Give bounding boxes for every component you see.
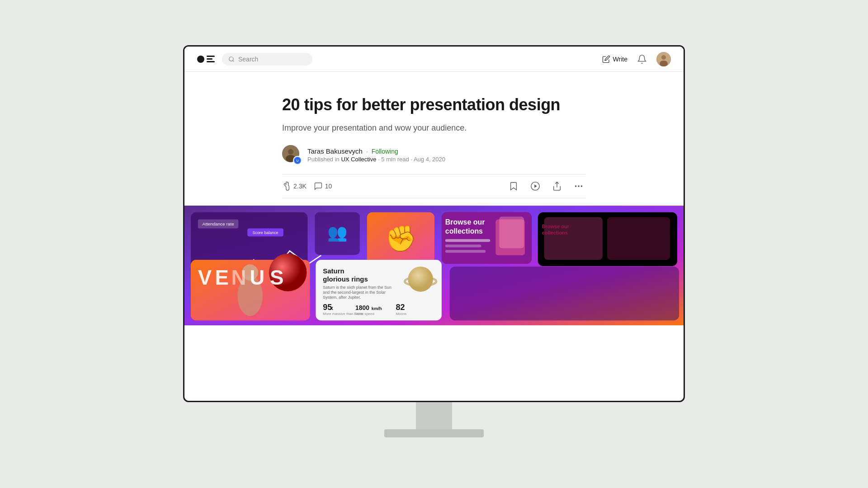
monitor-stand-base	[384, 429, 484, 437]
logo-lines	[207, 56, 215, 62]
header: Search Write	[184, 47, 684, 72]
svg-text:collections: collections	[542, 230, 568, 235]
claps-count: 2.3K	[293, 183, 307, 190]
svg-text:U: U	[250, 266, 266, 289]
svg-text:km/h: km/h	[372, 306, 382, 311]
action-bar: 2.3K 10	[282, 174, 586, 198]
author-name[interactable]: Taras Bakusevych	[307, 147, 363, 155]
bell-button[interactable]	[637, 54, 647, 65]
svg-text:glorious rings: glorious rings	[323, 276, 368, 283]
svg-text:Moons: Moons	[396, 312, 406, 316]
svg-rect-70	[450, 267, 679, 320]
publication-icon: U	[295, 158, 300, 163]
bookmark-button[interactable]	[506, 179, 521, 193]
svg-point-6	[288, 149, 293, 155]
action-bar-right	[506, 179, 586, 193]
svg-point-55	[408, 267, 433, 292]
svg-rect-35	[445, 244, 481, 247]
medium-logo[interactable]	[197, 56, 215, 63]
svg-point-15	[581, 185, 583, 187]
svg-text:S: S	[270, 266, 286, 289]
svg-point-13	[575, 185, 577, 187]
logo-line-2	[207, 58, 212, 60]
publication-avatar[interactable]: U	[293, 156, 302, 165]
search-icon	[228, 56, 235, 62]
play-icon	[530, 181, 540, 191]
svg-text:System, after Jupiter.: System, after Jupiter.	[323, 295, 361, 300]
article-title: 20 tips for better presentation design	[282, 94, 586, 115]
read-time: 5 min read	[381, 156, 409, 163]
published-in-label: Published in	[307, 156, 340, 163]
svg-text:👥: 👥	[327, 223, 348, 242]
action-bar-left: 2.3K 10	[282, 182, 506, 191]
clap-icon	[282, 182, 291, 191]
more-icon	[574, 181, 584, 191]
svg-rect-34	[445, 239, 490, 242]
search-input[interactable]: Search	[222, 53, 312, 66]
article-meta: Published in UX Collective · 5 min read …	[307, 156, 445, 163]
comments-button[interactable]: 10	[314, 182, 332, 191]
svg-point-14	[578, 185, 580, 187]
search-placeholder: Search	[238, 56, 258, 63]
write-icon	[602, 55, 610, 63]
user-avatar[interactable]	[656, 52, 671, 66]
write-button[interactable]: Write	[602, 55, 627, 63]
author-row: U Taras Bakusevych · Following Published…	[282, 145, 586, 165]
publish-date: Aug 4, 2020	[414, 156, 445, 163]
svg-text:Attendance rate: Attendance rate	[203, 221, 235, 226]
comment-icon	[314, 182, 323, 191]
share-button[interactable]	[550, 179, 564, 193]
avatar-icon	[656, 52, 671, 66]
monitor-stand-neck	[416, 402, 452, 429]
header-right: Write	[602, 52, 671, 66]
svg-text:Browse our: Browse our	[445, 218, 485, 226]
article-container: 20 tips for better presentation design I…	[271, 72, 597, 198]
claps-button[interactable]: 2.3K	[282, 182, 307, 191]
write-label: Write	[613, 56, 627, 63]
svg-text:Saturn is the sixth planet fro: Saturn is the sixth planet from the Sun	[323, 285, 392, 290]
svg-text:✊: ✊	[385, 224, 417, 253]
dot-separator: ·	[366, 148, 368, 155]
svg-marker-11	[534, 184, 537, 188]
hero-illustration: Attendance rate Score balance ⚙ ⏱ 👥 ✊	[184, 206, 684, 325]
svg-text:E: E	[215, 266, 231, 289]
hero-image: Attendance rate Score balance ⚙ ⏱ 👥 ✊	[184, 206, 684, 325]
bell-icon	[637, 54, 647, 64]
svg-point-0	[229, 56, 233, 61]
svg-text:Browse our: Browse our	[542, 224, 570, 229]
svg-text:82: 82	[396, 303, 405, 312]
share-icon	[552, 181, 562, 191]
author-info: Taras Bakusevych · Following Published i…	[307, 147, 445, 163]
logo-line-1	[207, 56, 215, 57]
svg-text:and the second-largest in the : and the second-largest in the Solar	[323, 290, 386, 295]
svg-text:N: N	[231, 266, 248, 289]
header-left: Search	[197, 53, 312, 66]
svg-text:x: x	[330, 305, 333, 311]
listen-button[interactable]	[528, 179, 542, 193]
logo-line-3	[207, 61, 215, 62]
article-subtitle: Improve your presentation and wow your a…	[282, 122, 586, 134]
svg-rect-36	[445, 250, 486, 253]
svg-rect-38	[499, 217, 524, 249]
comments-count: 10	[325, 183, 332, 190]
svg-text:U: U	[296, 159, 298, 162]
svg-rect-67	[607, 217, 670, 260]
following-label[interactable]: Following	[372, 148, 398, 155]
svg-line-1	[233, 60, 234, 61]
more-button[interactable]	[571, 179, 586, 193]
svg-text:V: V	[198, 266, 214, 289]
publication-link[interactable]: UX Collective	[341, 156, 376, 163]
svg-text:Score balance: Score balance	[252, 230, 278, 235]
svg-text:Saturn: Saturn	[323, 267, 344, 275]
content-area: 20 tips for better presentation design I…	[184, 72, 684, 401]
logo-circle	[197, 56, 204, 63]
bookmark-icon	[509, 181, 519, 191]
svg-text:Wind speed: Wind speed	[355, 312, 374, 316]
svg-point-3	[661, 55, 666, 60]
svg-text:1800: 1800	[355, 304, 369, 311]
svg-text:collections: collections	[445, 227, 483, 235]
author-name-row: Taras Bakusevych · Following	[307, 147, 445, 155]
author-avatar-wrapper: U	[282, 145, 302, 165]
